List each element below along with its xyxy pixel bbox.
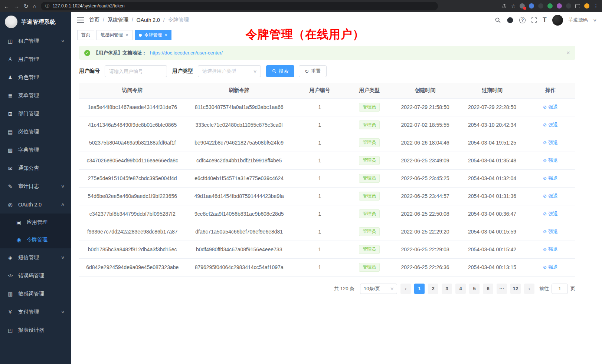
sidebar-item-audit-log[interactable]: ✎ 审计日志 ∨: [0, 177, 71, 195]
action-cell: ⊘ 强退: [526, 241, 575, 258]
sidebar-item-oauth2-token[interactable]: ◉ 令牌管理: [0, 231, 71, 248]
extension-icon[interactable]: [520, 3, 525, 9]
user-type-badge: 管理员: [359, 245, 380, 254]
sidebar-item-tenant[interactable]: ◫ 租户管理 ∨: [0, 32, 71, 50]
user-id-cell: 1: [292, 258, 347, 276]
close-icon[interactable]: ×: [566, 49, 570, 57]
next-page-button[interactable]: ›: [524, 284, 534, 294]
sidebar-item-oauth2[interactable]: ◎ OAuth 2.0 ∧: [0, 195, 71, 214]
goto-page-input[interactable]: [552, 284, 568, 294]
goto-label: 前往: [539, 285, 549, 292]
sidebar-item-role[interactable]: ♟ 角色管理: [0, 68, 71, 86]
search-button[interactable]: 搜索: [266, 65, 294, 77]
share-icon[interactable]: [502, 3, 507, 9]
page-size-select[interactable]: 10条/页 ∨: [360, 284, 397, 294]
user-id-cell: 1: [292, 187, 347, 205]
side-panel-icon[interactable]: [575, 4, 580, 8]
extensions-puzzle-icon[interactable]: [557, 3, 562, 9]
help-icon[interactable]: ?: [519, 17, 526, 23]
kebab-menu-icon[interactable]: ⋮: [593, 3, 598, 9]
sidebar-item-sms[interactable]: ◈ 短信管理 ∨: [0, 248, 71, 267]
breadcrumb-home[interactable]: 首页: [89, 17, 108, 23]
sidebar-item-report-designer[interactable]: ◰ 报表设计器: [0, 321, 71, 339]
browser-back-button[interactable]: ←: [4, 3, 9, 9]
doc-link[interactable]: https://doc.iocoder.cn/user-center/: [150, 50, 223, 56]
notice-icon: ✉: [7, 165, 13, 171]
sidebar-item-payment[interactable]: ¥ 支付管理 ∨: [0, 303, 71, 321]
force-logout-button[interactable]: ⊘ 强退: [543, 104, 558, 110]
extension-icon[interactable]: [538, 3, 543, 9]
page-button-2[interactable]: 2: [428, 284, 438, 294]
logo-avatar: [5, 16, 17, 28]
tab-sensitive-words[interactable]: 敏感词管理 ×: [96, 30, 132, 40]
sidebar-item-dictionary[interactable]: ▧ 字典管理: [0, 141, 71, 159]
sidebar-item-post[interactable]: ▤ 岗位管理: [0, 123, 71, 141]
more-pages-button[interactable]: ···: [497, 284, 507, 294]
close-icon[interactable]: ×: [165, 32, 168, 38]
force-logout-button[interactable]: ⊘ 强退: [543, 264, 558, 271]
profile-avatar-icon[interactable]: [584, 3, 589, 9]
sidebar-item-oauth2-application[interactable]: ▣ 应用管理: [0, 214, 71, 231]
force-logout-button[interactable]: ⊘ 强退: [543, 228, 558, 235]
page-button-1[interactable]: 1: [414, 284, 425, 294]
table-row: 502375b8040a469a9b82188afdf6af1f be90422…: [79, 134, 575, 152]
column-expire-time: 过期时间: [459, 83, 526, 98]
collapse-menu-icon[interactable]: [77, 17, 84, 23]
tab-token[interactable]: 令牌管理 ×: [135, 30, 172, 40]
browser-reload-button[interactable]: ↻: [24, 3, 29, 9]
user-type-badge: 管理员: [359, 209, 380, 218]
bookmark-star-icon[interactable]: ☆: [511, 3, 516, 9]
user-id-input[interactable]: [105, 65, 167, 77]
browser-home-button[interactable]: ⌂: [33, 3, 36, 9]
page-button-6[interactable]: 6: [483, 284, 493, 294]
total-count: 共 120 条: [334, 285, 354, 292]
force-logout-icon: ⊘: [543, 193, 547, 199]
column-user-id: 用户编号: [292, 83, 347, 98]
app-logo[interactable]: 芋道管理系统: [0, 12, 71, 32]
sidebar-item-error-code[interactable]: </> 错误码管理: [0, 267, 71, 285]
force-logout-button[interactable]: ⊘ 强退: [543, 139, 558, 146]
force-logout-button[interactable]: ⊘ 强退: [543, 211, 558, 217]
sidebar-item-user[interactable]: ♙ 用户管理: [0, 50, 71, 68]
extension-icon[interactable]: [566, 3, 571, 9]
force-logout-button[interactable]: ⊘ 强退: [543, 246, 558, 253]
sidebar-item-menu[interactable]: ≣ 菜单管理: [0, 86, 71, 105]
force-logout-button[interactable]: ⊘ 强退: [543, 193, 558, 199]
extension-icon[interactable]: [529, 3, 534, 9]
browser-forward-button[interactable]: →: [14, 3, 19, 9]
header-actions: ? T 芋道源码 ∨: [495, 15, 596, 26]
sidebar-item-notice[interactable]: ✉ 通知公告: [0, 159, 71, 177]
breadcrumb-oauth2[interactable]: OAuth 2.0: [137, 17, 168, 23]
font-size-icon[interactable]: T: [543, 16, 546, 24]
action-cell: ⊘ 强退: [526, 223, 575, 241]
sidebar-item-department[interactable]: ⊞ 部门管理: [0, 105, 71, 123]
tab-home[interactable]: 首页: [77, 30, 94, 40]
sidebar-item-sensitive-words[interactable]: ▥ 敏感词管理: [0, 285, 71, 303]
table-row: 6d842e2924594de9a09e45e087323abe 8796295…: [79, 258, 575, 276]
page-button-3[interactable]: 3: [442, 284, 452, 294]
fullscreen-icon[interactable]: [531, 17, 537, 23]
breadcrumb-system[interactable]: 系统管理: [108, 17, 137, 23]
access-token-cell: 54d6be82ee5a460a9aedc1f9bf223656: [79, 187, 186, 205]
force-logout-label: 强退: [548, 264, 558, 271]
address-bar[interactable]: ⓘ 127.0.0.1:1024/system/oauth2/token: [41, 2, 438, 10]
github-icon[interactable]: [507, 17, 514, 24]
force-logout-button[interactable]: ⊘ 强退: [543, 175, 558, 182]
site-info-icon[interactable]: ⓘ: [45, 3, 50, 9]
close-icon[interactable]: ×: [125, 32, 128, 38]
page-button-12[interactable]: 12: [510, 284, 521, 294]
user-type-select[interactable]: 请选择用户类型 ∨: [198, 65, 261, 77]
page-button-4[interactable]: 4: [455, 284, 466, 294]
user-icon: ♙: [7, 56, 13, 62]
search-icon[interactable]: [495, 17, 501, 23]
prev-page-button[interactable]: ‹: [400, 284, 411, 294]
user-avatar[interactable]: [552, 15, 563, 26]
create-time-cell: 2022-06-25 22:29:03: [392, 241, 458, 258]
username[interactable]: 芋道源码: [569, 17, 588, 23]
page-button-5[interactable]: 5: [469, 284, 480, 294]
sidebar-item-label: 字典管理: [18, 147, 39, 153]
force-logout-button[interactable]: ⊘ 强退: [543, 122, 558, 128]
extension-icon[interactable]: [547, 3, 553, 9]
reset-button[interactable]: ↻ 重置: [299, 65, 327, 77]
force-logout-button[interactable]: ⊘ 强退: [543, 157, 558, 164]
